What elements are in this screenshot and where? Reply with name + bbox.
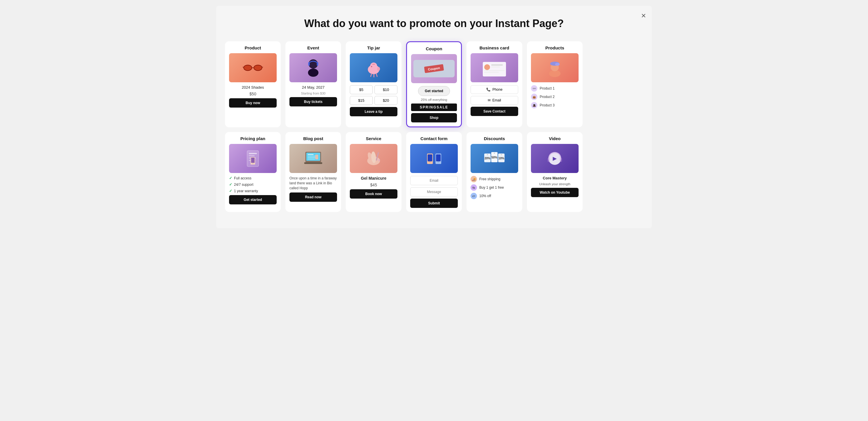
- person-headphones-icon: [306, 58, 320, 78]
- video-watch-button[interactable]: Watch on Youtube: [531, 188, 579, 197]
- svg-point-5: [309, 59, 318, 68]
- card-video[interactable]: Video ▶ Core Mastery Unleash your streng…: [527, 132, 583, 212]
- card-image-coupon: Coupon: [411, 54, 457, 83]
- card-image-event: [289, 53, 337, 82]
- card-title-tipjar: Tip jar: [350, 45, 397, 50]
- tip-15-button[interactable]: $15: [350, 96, 373, 105]
- card-title-product: Product: [229, 45, 277, 50]
- bizcard-save-button[interactable]: Save Contact: [471, 107, 518, 116]
- blog-read-now-button[interactable]: Read now: [289, 193, 337, 202]
- svg-line-3: [243, 67, 244, 67]
- svg-point-26: [555, 63, 560, 66]
- contact-submit-button[interactable]: Submit: [410, 199, 458, 208]
- product-3-icon: 🎩: [531, 102, 537, 108]
- card-body-service: Gel Manicure $45 Book now: [350, 176, 397, 208]
- sunglasses-icon: [243, 64, 263, 72]
- product-buy-button[interactable]: Buy now: [229, 98, 277, 108]
- card-image-product: [229, 53, 277, 82]
- card-event[interactable]: Event 24 May, 2027 Starting from $30 Buy…: [285, 41, 341, 128]
- card-discounts[interactable]: Discounts 20% 50% 10%: [466, 132, 522, 212]
- card-body-bizcard: 📞 Phone ✉ Email Save Contact: [471, 85, 518, 123]
- service-book-button[interactable]: Book now: [350, 189, 397, 199]
- svg-rect-38: [308, 154, 313, 155]
- bizcard-phone-label: Phone: [492, 87, 502, 91]
- check-icon-1: ✓: [229, 176, 232, 180]
- check-icon-3: ✓: [229, 189, 232, 193]
- svg-rect-37: [304, 162, 322, 164]
- card-body-contact: Submit: [410, 176, 458, 208]
- card-coupon[interactable]: Coupon Coupon Get started 25% off everyt…: [406, 41, 462, 128]
- product-2-icon: 👜: [531, 94, 537, 100]
- card-pricing[interactable]: Pricing plan: [225, 132, 281, 212]
- card-product[interactable]: Product 2024 Shades $50 Buy now: [225, 41, 281, 128]
- video-title: Core Mastery: [531, 176, 579, 180]
- svg-point-6: [308, 68, 318, 77]
- discount-3-label: 10% off: [479, 194, 491, 198]
- tip-amount-grid: $5 $10 $15 $20: [350, 85, 397, 105]
- discount-item-3: 🏷 10% off: [471, 193, 518, 199]
- product-2-label: Product 2: [540, 95, 555, 99]
- pricing-get-started-button[interactable]: Get started: [229, 195, 277, 204]
- discount-item-1: 🚚 Free shipping: [471, 176, 518, 182]
- svg-rect-41: [308, 159, 315, 159]
- tip-5-button[interactable]: $5: [350, 85, 373, 94]
- card-image-blog: [289, 144, 337, 173]
- product-list-item-2: 👜 Product 2: [531, 94, 579, 100]
- tip-10-button[interactable]: $10: [374, 85, 397, 94]
- close-button[interactable]: ×: [641, 11, 646, 20]
- blog-excerpt: Once upon a time in a faraway land there…: [289, 176, 337, 191]
- card-image-service: [350, 144, 397, 173]
- card-blog[interactable]: Blog post: [285, 132, 341, 212]
- svg-rect-63: [548, 158, 550, 162]
- svg-rect-64: [560, 158, 562, 162]
- card-title-video: Video: [531, 136, 579, 141]
- pricing-feature-3: ✓ 1 year warranty: [229, 189, 277, 193]
- svg-point-50: [429, 161, 431, 163]
- manicure-icon: [364, 149, 384, 168]
- card-bizcard[interactable]: Business card 📞 Phone: [466, 41, 522, 128]
- card-contact[interactable]: Contact form Submit: [406, 132, 462, 212]
- bizcard-phone-button[interactable]: 📞 Phone: [471, 85, 518, 94]
- svg-point-12: [371, 66, 372, 67]
- coupon-code: SPRINGSALE: [411, 104, 457, 111]
- svg-line-4: [262, 67, 263, 67]
- card-image-bizcard: [471, 53, 518, 82]
- card-body-tipjar: $5 $10 $15 $20 Leave a tip: [350, 85, 397, 123]
- card-tipjar[interactable]: Tip jar $5: [346, 41, 402, 128]
- event-buy-button[interactable]: Buy tickets: [289, 97, 337, 106]
- svg-line-16: [376, 74, 377, 77]
- svg-rect-20: [491, 66, 500, 67]
- bizcard-email-button[interactable]: ✉ Email: [471, 96, 518, 105]
- svg-point-0: [244, 65, 252, 71]
- svg-point-13: [377, 67, 380, 71]
- contact-message-input[interactable]: [410, 187, 458, 197]
- product-name: 2024 Shades: [229, 85, 277, 89]
- svg-rect-33: [251, 158, 255, 163]
- svg-text:10%: 10%: [498, 157, 504, 160]
- coupon-shop-button[interactable]: Shop: [411, 113, 457, 122]
- email-icon: ✉: [488, 98, 491, 102]
- contact-email-input[interactable]: [410, 176, 458, 185]
- svg-rect-42: [315, 155, 318, 159]
- card-title-event: Event: [289, 45, 337, 50]
- svg-text:50%: 50%: [492, 156, 497, 159]
- pricing-feature-1: ✓ Full access: [229, 176, 277, 180]
- card-title-discounts: Discounts: [471, 136, 518, 141]
- card-body-event: 24 May, 2027 Starting from $30 Buy ticke…: [289, 85, 337, 123]
- svg-point-53: [437, 161, 439, 163]
- svg-rect-29: [249, 155, 255, 156]
- tip-20-button[interactable]: $20: [374, 96, 397, 105]
- card-service[interactable]: Service Gel Manicure $45: [346, 132, 402, 212]
- card-title-service: Service: [350, 136, 397, 141]
- contact-phone-icon: [425, 149, 443, 168]
- card-image-pricing: [229, 144, 277, 173]
- svg-rect-21: [484, 70, 504, 71]
- card-image-contact: [410, 144, 458, 173]
- svg-point-34: [252, 163, 253, 164]
- coupon-get-started-button[interactable]: Get started: [418, 86, 450, 96]
- svg-point-47: [378, 159, 380, 161]
- tipjar-leave-tip-button[interactable]: Leave a tip: [350, 107, 397, 116]
- product-list-item-3: 🎩 Product 3: [531, 102, 579, 108]
- card-products[interactable]: Products 👓 Product 1 👜: [527, 41, 583, 128]
- discount-icon-1: 🚚: [471, 176, 477, 182]
